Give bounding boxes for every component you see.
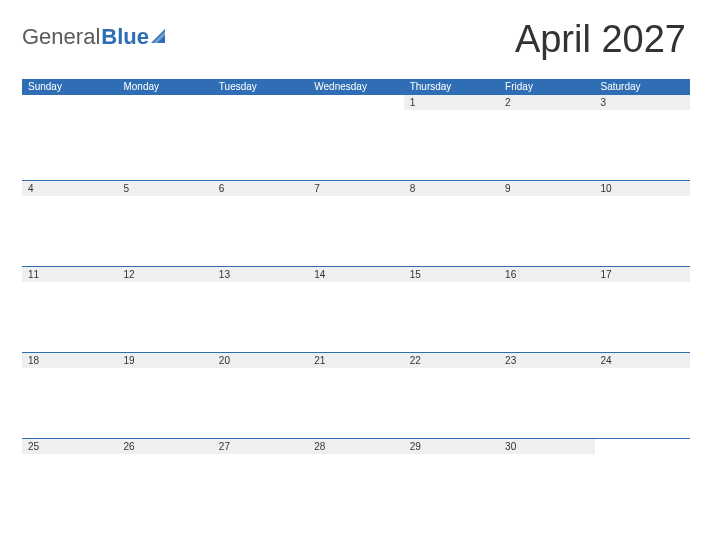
- weekday-header: Sunday Monday Tuesday Wednesday Thursday…: [22, 79, 690, 95]
- weekday-label: Sunday: [22, 79, 117, 95]
- day-number: 3: [595, 95, 690, 110]
- day-number: 8: [404, 181, 499, 196]
- day-number: 6: [213, 181, 308, 196]
- day-cell: [595, 439, 690, 524]
- day-cell: 22: [404, 353, 499, 438]
- day-cell: 14: [308, 267, 403, 352]
- day-number: 4: [22, 181, 117, 196]
- day-cell: [213, 95, 308, 180]
- day-cell: 12: [117, 267, 212, 352]
- weekday-label: Monday: [117, 79, 212, 95]
- brand-logo: General Blue: [22, 24, 169, 50]
- day-cell: 4: [22, 181, 117, 266]
- day-number: 23: [499, 353, 594, 368]
- day-cell: 3: [595, 95, 690, 180]
- day-cell: 16: [499, 267, 594, 352]
- day-number: 12: [117, 267, 212, 282]
- day-number: 11: [22, 267, 117, 282]
- week-row: 4 5 6 7 8 9 10: [22, 180, 690, 266]
- day-cell: [117, 95, 212, 180]
- day-cell: 6: [213, 181, 308, 266]
- day-cell: 21: [308, 353, 403, 438]
- day-number: 13: [213, 267, 308, 282]
- day-cell: 19: [117, 353, 212, 438]
- header: General Blue April 2027: [22, 18, 690, 61]
- day-number: 26: [117, 439, 212, 454]
- day-number: 21: [308, 353, 403, 368]
- day-number: 30: [499, 439, 594, 454]
- day-number: 10: [595, 181, 690, 196]
- day-cell: 2: [499, 95, 594, 180]
- week-row: 25 26 27 28 29 30: [22, 438, 690, 524]
- day-number: [22, 95, 117, 110]
- day-number: 17: [595, 267, 690, 282]
- day-number: 29: [404, 439, 499, 454]
- weekday-label: Friday: [499, 79, 594, 95]
- day-number: 28: [308, 439, 403, 454]
- day-number: 5: [117, 181, 212, 196]
- day-number: 24: [595, 353, 690, 368]
- day-number: 1: [404, 95, 499, 110]
- day-number: 15: [404, 267, 499, 282]
- week-row: 18 19 20 21 22 23 24: [22, 352, 690, 438]
- day-cell: [22, 95, 117, 180]
- day-cell: 13: [213, 267, 308, 352]
- logo-flag-icon: [151, 29, 169, 45]
- day-cell: 1: [404, 95, 499, 180]
- day-number: [213, 95, 308, 110]
- day-number: [308, 95, 403, 110]
- day-cell: 15: [404, 267, 499, 352]
- week-row: 11 12 13 14 15 16 17: [22, 266, 690, 352]
- day-number: 25: [22, 439, 117, 454]
- day-cell: 10: [595, 181, 690, 266]
- day-cell: 30: [499, 439, 594, 524]
- day-cell: 24: [595, 353, 690, 438]
- day-cell: 17: [595, 267, 690, 352]
- day-number: 16: [499, 267, 594, 282]
- day-number: 22: [404, 353, 499, 368]
- brand-part2: Blue: [101, 24, 149, 50]
- day-number: 2: [499, 95, 594, 110]
- day-number: 20: [213, 353, 308, 368]
- day-cell: 26: [117, 439, 212, 524]
- day-number: 27: [213, 439, 308, 454]
- day-number: 18: [22, 353, 117, 368]
- day-cell: 28: [308, 439, 403, 524]
- day-cell: 23: [499, 353, 594, 438]
- day-cell: 5: [117, 181, 212, 266]
- day-cell: 18: [22, 353, 117, 438]
- day-cell: 29: [404, 439, 499, 524]
- weekday-label: Saturday: [595, 79, 690, 95]
- day-cell: 27: [213, 439, 308, 524]
- day-cell: 8: [404, 181, 499, 266]
- week-row: 1 2 3: [22, 95, 690, 180]
- weekday-label: Wednesday: [308, 79, 403, 95]
- day-cell: 25: [22, 439, 117, 524]
- calendar-title: April 2027: [515, 18, 686, 61]
- calendar-grid: Sunday Monday Tuesday Wednesday Thursday…: [22, 79, 690, 524]
- day-number: 7: [308, 181, 403, 196]
- weekday-label: Thursday: [404, 79, 499, 95]
- day-number: [595, 439, 690, 454]
- day-number: 19: [117, 353, 212, 368]
- weekday-label: Tuesday: [213, 79, 308, 95]
- day-number: 14: [308, 267, 403, 282]
- brand-part1: General: [22, 24, 100, 50]
- day-cell: 11: [22, 267, 117, 352]
- day-cell: [308, 95, 403, 180]
- day-number: [117, 95, 212, 110]
- day-cell: 7: [308, 181, 403, 266]
- day-cell: 9: [499, 181, 594, 266]
- day-number: 9: [499, 181, 594, 196]
- day-cell: 20: [213, 353, 308, 438]
